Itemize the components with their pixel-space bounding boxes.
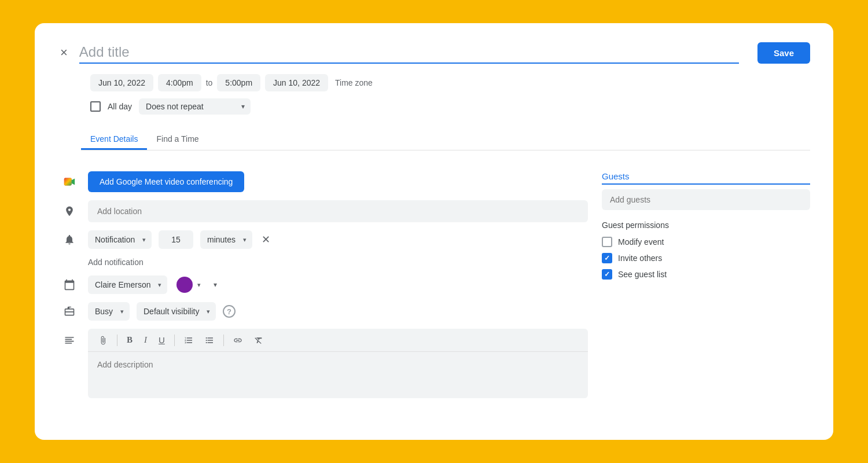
calendar-icon-col (58, 279, 81, 291)
tabs-container: Event Details Find a Time (58, 128, 810, 162)
meet-icon-col (58, 175, 81, 188)
meet-camera-icon (63, 175, 76, 188)
meet-row: Add Google Meet video conferencing (58, 171, 588, 192)
notification-unit-select[interactable]: minutes hours days weeks (200, 230, 252, 249)
modify-event-checkbox[interactable] (602, 237, 612, 247)
timezone-button[interactable]: Time zone (335, 78, 373, 87)
notification-row: Notification Email minutes hours days we… (58, 230, 588, 249)
status-row: Busy Free Default visibility Public Priv… (58, 302, 588, 321)
toolbar-sep-3 (223, 335, 224, 346)
calendar-row: Claire Emerson ▾ (58, 275, 588, 294)
description-textarea[interactable] (88, 352, 588, 398)
location-input[interactable] (88, 200, 588, 222)
underline-button[interactable]: U (154, 332, 170, 348)
time-separator: to (206, 78, 213, 87)
guests-title: Guests (602, 171, 810, 185)
event-modal: × Save Jun 10, 2022 4:00pm to 5:00pm Jun… (35, 23, 833, 440)
datetime-row: Jun 10, 2022 4:00pm to 5:00pm Jun 10, 20… (90, 74, 810, 91)
briefcase-icon-col (58, 306, 81, 317)
bell-icon (64, 234, 75, 245)
briefcase-icon (64, 306, 75, 317)
add-guests-input[interactable] (602, 189, 810, 210)
attach-button[interactable] (94, 333, 112, 348)
calendar-select[interactable]: Claire Emerson (88, 275, 167, 294)
allday-checkbox[interactable] (90, 101, 101, 112)
repeat-select[interactable]: Does not repeat Every day Every week on … (139, 98, 251, 115)
tab-event-details[interactable]: Event Details (81, 128, 147, 150)
clear-format-button[interactable] (249, 333, 268, 348)
toolbar-sep-1 (117, 335, 117, 346)
italic-button[interactable]: I (139, 332, 152, 348)
notification-unit-wrapper: minutes hours days weeks (200, 230, 252, 249)
notification-remove-button[interactable]: ✕ (259, 231, 273, 248)
notification-icon-col (58, 234, 81, 245)
svg-marker-2 (72, 179, 75, 185)
bold-button[interactable]: B (122, 332, 137, 348)
see-guestlist-checkbox[interactable] (602, 269, 612, 280)
save-button[interactable]: Save (757, 42, 810, 64)
location-icon-col (58, 205, 81, 217)
ordered-list-icon (184, 336, 193, 345)
right-panel: Guests Guest permissions Modify event In… (602, 171, 810, 421)
modify-event-label: Modify event (618, 237, 664, 247)
calendar-select-wrapper: Claire Emerson (88, 275, 167, 294)
title-input[interactable] (79, 42, 739, 64)
tabs-row: Event Details Find a Time (81, 128, 810, 150)
visibility-select[interactable]: Default visibility Public Private (137, 302, 216, 321)
allday-row: All day Does not repeat Every day Every … (90, 98, 810, 115)
permission-modify-row: Modify event (602, 237, 810, 247)
left-panel: Add Google Meet video conferencing (58, 171, 588, 421)
permission-guestlist-row: See guest list (602, 269, 810, 280)
tab-find-time[interactable]: Find a Time (147, 128, 208, 150)
start-time-button[interactable]: 4:00pm (158, 74, 201, 91)
description-icon-col (58, 329, 81, 346)
invite-others-checkbox[interactable] (602, 253, 612, 263)
location-row (58, 200, 588, 222)
clear-format-icon (254, 336, 263, 345)
invite-others-label: Invite others (618, 253, 662, 263)
unordered-list-icon (205, 336, 214, 345)
unordered-list-button[interactable] (200, 333, 219, 348)
permission-invite-row: Invite others (602, 253, 810, 263)
location-pin-icon (64, 205, 75, 217)
color-dropdown-wrapper (176, 277, 193, 293)
add-meet-button[interactable]: Add Google Meet video conferencing (88, 171, 244, 192)
close-button[interactable]: × (58, 44, 70, 61)
header-row: × Save (58, 42, 810, 64)
color-chevron: ▾ (214, 281, 217, 289)
description-row: B I U (58, 329, 588, 400)
allday-label: All day (108, 102, 132, 111)
svg-rect-1 (64, 178, 72, 186)
add-notification-row: Add notification (58, 257, 588, 267)
end-date-button[interactable]: Jun 10, 2022 (265, 74, 328, 91)
start-date-button[interactable]: Jun 10, 2022 (90, 74, 153, 91)
notification-value-input[interactable] (159, 230, 193, 249)
content-area: Add Google Meet video conferencing (58, 171, 810, 421)
notification-type-select[interactable]: Notification Email (88, 230, 152, 249)
see-guestlist-label: See guest list (618, 270, 667, 279)
description-toolbar: B I U (88, 329, 588, 352)
repeat-wrapper: Does not repeat Every day Every week on … (139, 98, 251, 115)
paperclip-icon (98, 336, 108, 345)
help-icon[interactable]: ? (223, 305, 236, 318)
align-left-icon (64, 335, 75, 346)
description-content: B I U (88, 329, 588, 400)
ordered-list-button[interactable] (179, 333, 198, 348)
notification-type-wrapper: Notification Email (88, 230, 152, 249)
busy-select[interactable]: Busy Free (88, 302, 130, 321)
link-icon (233, 336, 242, 345)
permissions-title: Guest permissions (602, 221, 810, 230)
add-notification-button[interactable]: Add notification (88, 258, 144, 267)
link-button[interactable] (229, 333, 247, 348)
calendar-icon (64, 279, 75, 291)
end-time-button[interactable]: 5:00pm (217, 74, 260, 91)
busy-select-wrapper: Busy Free (88, 302, 130, 321)
toolbar-sep-2 (174, 335, 175, 346)
calendar-color-dot[interactable] (176, 277, 193, 293)
visibility-select-wrapper: Default visibility Public Private (137, 302, 216, 321)
